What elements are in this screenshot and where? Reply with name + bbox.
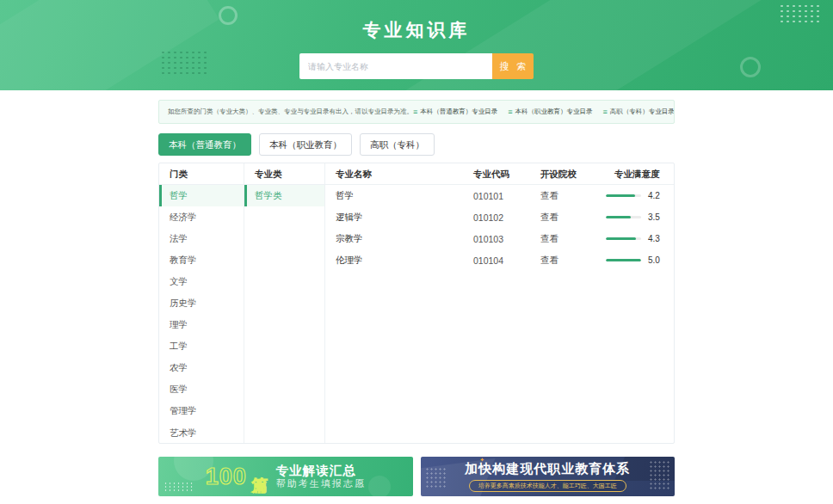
satisfaction-bar-fill xyxy=(606,237,636,240)
satisfaction-value: 5.0 xyxy=(648,255,660,265)
satisfaction-bar-track xyxy=(606,259,641,261)
banner-left-content: 100 篇 专业解读汇总 帮助考生填报志愿 xyxy=(158,457,413,496)
major-name: 伦理学 xyxy=(325,249,473,271)
banner-left-text: 专业解读汇总 帮助考生填报志愿 xyxy=(276,464,366,490)
banner-count-unit: 篇 xyxy=(252,477,268,496)
search-button[interactable]: 搜 索 xyxy=(492,53,534,79)
major-code: 010103 xyxy=(473,228,540,249)
catalog-links: ≡ 本科（普通教育）专业目录 ≡ 本科（职业教育）专业目录 ≡ 高职（专科）专业… xyxy=(413,108,675,116)
banner-subtitle: 帮助考生填报志愿 xyxy=(276,478,366,489)
banner-title: ✦ 加快构建现代职业教育体系 xyxy=(465,461,630,477)
satisfaction-value: 3.5 xyxy=(648,212,660,222)
banner-title: 专业解读汇总 xyxy=(276,464,366,478)
search-input[interactable] xyxy=(299,53,492,79)
category-item-lishixue[interactable]: 历史学 xyxy=(159,292,244,314)
category-item-nongxue[interactable]: 农学 xyxy=(159,358,244,379)
tab-gaozhi[interactable]: 高职（专科） xyxy=(360,133,435,156)
category-item-gongxue[interactable]: 工学 xyxy=(159,336,244,358)
satisfaction-value: 4.2 xyxy=(648,191,660,200)
catalog-notice-bar: 如您所查的门类（专业大类）、专业类、专业与专业目录有出入，请以专业目录为准。 ≡… xyxy=(158,100,675,124)
column-header-major-class: 专业类 xyxy=(244,163,324,185)
category-item-faxue[interactable]: 法学 xyxy=(159,228,244,249)
banner-count: 100 xyxy=(206,465,247,489)
category-item-jiaoyuxue[interactable]: 教育学 xyxy=(159,249,244,271)
major-code: 010101 xyxy=(473,185,540,206)
column-header-satisfaction: 专业满意度 xyxy=(602,163,674,185)
satisfaction-bar-fill xyxy=(606,259,641,261)
major-code: 010104 xyxy=(473,249,540,271)
satisfaction-cell: 4.3 xyxy=(602,228,674,249)
satisfaction-cell: 3.5 xyxy=(602,206,674,228)
banner-right-content: ✦ 加快构建现代职业教育体系 培养更多高素质技术技能人才、能工巧匠、大国工匠 xyxy=(421,457,676,496)
major-name: 哲学 xyxy=(325,185,473,206)
list-menu-icon: ≡ xyxy=(603,108,608,116)
banner-slogan-pill: 培养更多高素质技术技能人才、能工巧匠、大国工匠 xyxy=(469,480,626,492)
category-item-yixue[interactable]: 医学 xyxy=(159,379,244,401)
category-item-lixue[interactable]: 理学 xyxy=(159,315,244,336)
catalog-link-gaozhi[interactable]: ≡ 高职（专科）专业目录 xyxy=(603,108,675,116)
majors-grid: 专业名称 专业代码 开设院校 专业满意度 哲学 010101 查看 4.2 xyxy=(325,163,674,271)
majors-table: 门类 哲学 经济学 法学 教育学 文学 历史学 理学 工学 农学 医学 管理学 … xyxy=(158,163,675,444)
satisfaction-bar-fill xyxy=(606,194,635,197)
catalog-link-benke-zhiye[interactable]: ≡ 本科（职业教育）专业目录 xyxy=(508,108,592,116)
major-code: 010102 xyxy=(473,206,540,228)
view-colleges-link[interactable]: 查看 xyxy=(540,249,602,271)
majors-panel: 专业名称 专业代码 开设院校 专业满意度 哲学 010101 查看 4.2 xyxy=(325,163,674,443)
dot-grid-decoration xyxy=(160,50,210,76)
column-header-category: 门类 xyxy=(159,163,244,185)
tab-benke-zhiye[interactable]: 本科（职业教育） xyxy=(259,133,352,156)
hero-header: 专业知识库 搜 索 xyxy=(0,0,833,90)
major-class-item-zhexuelei[interactable]: 哲学类 xyxy=(244,185,324,206)
page-title: 专业知识库 xyxy=(0,0,833,42)
major-name: 宗教学 xyxy=(325,228,473,249)
category-column: 门类 哲学 经济学 法学 教育学 文学 历史学 理学 工学 农学 医学 管理学 … xyxy=(159,163,244,443)
notice-text: 如您所查的门类（专业大类）、专业类、专业与专业目录有出入，请以专业目录为准。 xyxy=(168,108,413,116)
banner-vocational-education[interactable]: ✦ 加快构建现代职业教育体系 培养更多高素质技术技能人才、能工巧匠、大国工匠 xyxy=(421,457,676,496)
promo-banners: 100 篇 专业解读汇总 帮助考生填报志愿 ✦ 加快构建现代职业教育体系 培养更… xyxy=(158,457,675,496)
satisfaction-bar-fill xyxy=(606,216,631,218)
catalog-link-label: 高职（专科）专业目录 xyxy=(610,108,675,116)
category-item-jingjixue[interactable]: 经济学 xyxy=(159,206,244,228)
view-colleges-link[interactable]: 查看 xyxy=(540,228,602,249)
column-header-major-code: 专业代码 xyxy=(473,163,540,185)
list-menu-icon: ≡ xyxy=(413,108,417,116)
satisfaction-bar-track xyxy=(606,237,641,240)
major-class-column: 专业类 哲学类 xyxy=(244,163,325,443)
circle-ring-decoration xyxy=(740,57,761,77)
catalog-link-label: 本科（职业教育）专业目录 xyxy=(515,108,593,116)
view-colleges-link[interactable]: 查看 xyxy=(540,206,602,228)
satisfaction-bar-track xyxy=(606,194,641,197)
column-header-colleges: 开设院校 xyxy=(540,163,602,185)
view-colleges-link[interactable]: 查看 xyxy=(540,185,602,206)
catalog-link-label: 本科（普通教育）专业目录 xyxy=(420,108,497,116)
search-bar: 搜 索 xyxy=(299,53,534,79)
satisfaction-bar-track xyxy=(606,216,641,218)
tab-benke-putong[interactable]: 本科（普通教育） xyxy=(158,133,251,156)
satisfaction-cell: 5.0 xyxy=(602,249,674,271)
category-item-yishuxue[interactable]: 艺术学 xyxy=(159,422,244,444)
satisfaction-value: 4.3 xyxy=(648,234,660,243)
banner-major-guides[interactable]: 100 篇 专业解读汇总 帮助考生填报志愿 xyxy=(158,457,413,496)
education-level-tabs: 本科（普通教育） 本科（职业教育） 高职（专科） xyxy=(158,133,675,156)
list-menu-icon: ≡ xyxy=(508,108,512,116)
category-item-zhexue[interactable]: 哲学 xyxy=(159,185,244,206)
major-name: 逻辑学 xyxy=(325,206,473,228)
category-item-guanlixue[interactable]: 管理学 xyxy=(159,401,244,422)
category-item-wenxue[interactable]: 文学 xyxy=(159,271,244,292)
sparkle-icon: ✦ xyxy=(479,457,485,464)
column-header-major-name: 专业名称 xyxy=(325,163,473,185)
catalog-link-benke-putong[interactable]: ≡ 本科（普通教育）专业目录 xyxy=(413,108,497,116)
satisfaction-cell: 4.2 xyxy=(602,185,674,206)
